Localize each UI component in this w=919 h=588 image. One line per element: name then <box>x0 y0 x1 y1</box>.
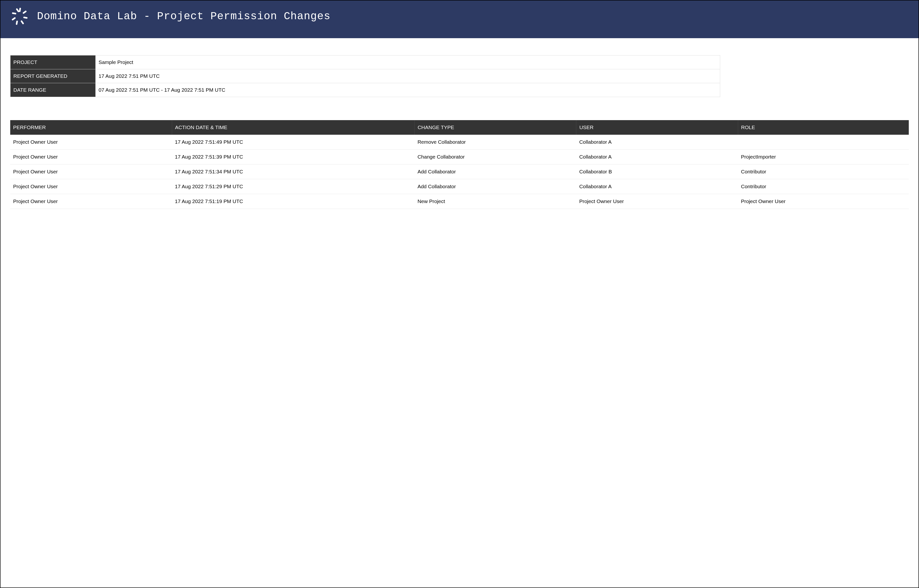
table-row: Project Owner User17 Aug 2022 7:51:49 PM… <box>10 135 909 150</box>
cell-user: Collaborator A <box>576 135 738 150</box>
svg-rect-1 <box>23 10 27 14</box>
report-title: Domino Data Lab - Project Permission Cha… <box>37 10 331 23</box>
table-row: Project Owner User17 Aug 2022 7:51:29 PM… <box>10 179 909 194</box>
cell-action-datetime: 17 Aug 2022 7:51:49 PM UTC <box>172 135 415 150</box>
cell-performer: Project Owner User <box>10 135 172 150</box>
table-row: Project Owner User17 Aug 2022 7:51:19 PM… <box>10 194 909 209</box>
svg-rect-3 <box>21 20 24 24</box>
col-header-user: USER <box>576 120 738 135</box>
cell-action-datetime: 17 Aug 2022 7:51:29 PM UTC <box>172 179 415 194</box>
svg-rect-5 <box>11 17 16 21</box>
cell-change-type: New Project <box>415 194 576 209</box>
meta-row-date-range: DATE RANGE 07 Aug 2022 7:51 PM UTC - 17 … <box>10 83 720 97</box>
table-row: Project Owner User17 Aug 2022 7:51:39 PM… <box>10 150 909 165</box>
cell-change-type: Change Collaborator <box>415 150 576 165</box>
cell-performer: Project Owner User <box>10 194 172 209</box>
cell-change-type: Add Collaborator <box>415 165 576 179</box>
cell-performer: Project Owner User <box>10 165 172 179</box>
report-meta-table: PROJECT Sample Project REPORT GENERATED … <box>10 55 720 97</box>
meta-row-report-generated: REPORT GENERATED 17 Aug 2022 7:51 PM UTC <box>10 69 720 83</box>
cell-performer: Project Owner User <box>10 150 172 165</box>
cell-action-datetime: 17 Aug 2022 7:51:34 PM UTC <box>172 165 415 179</box>
cell-user: Project Owner User <box>576 194 738 209</box>
meta-value-report-generated: 17 Aug 2022 7:51 PM UTC <box>96 69 720 83</box>
cell-role: Project Owner User <box>738 194 909 209</box>
meta-label-project: PROJECT <box>10 55 96 69</box>
domino-logo-icon <box>10 6 30 26</box>
meta-value-project: Sample Project <box>96 55 720 69</box>
cell-role: ProjectImporter <box>738 150 909 165</box>
report-body: PROJECT Sample Project REPORT GENERATED … <box>0 38 919 219</box>
cell-role: Contributor <box>738 165 909 179</box>
svg-rect-2 <box>23 16 28 19</box>
cell-change-type: Add Collaborator <box>415 179 576 194</box>
table-header-row: PERFORMER ACTION DATE & TIME CHANGE TYPE… <box>10 120 909 135</box>
permission-changes-table: PERFORMER ACTION DATE & TIME CHANGE TYPE… <box>10 120 909 209</box>
col-header-action-datetime: ACTION DATE & TIME <box>172 120 415 135</box>
svg-rect-7 <box>16 8 19 12</box>
cell-action-datetime: 17 Aug 2022 7:51:19 PM UTC <box>172 194 415 209</box>
cell-performer: Project Owner User <box>10 179 172 194</box>
meta-row-project: PROJECT Sample Project <box>10 55 720 69</box>
report-header: Domino Data Lab - Project Permission Cha… <box>0 0 919 38</box>
meta-label-date-range: DATE RANGE <box>10 83 96 97</box>
cell-user: Collaborator B <box>576 165 738 179</box>
svg-rect-6 <box>12 12 16 15</box>
meta-value-date-range: 07 Aug 2022 7:51 PM UTC - 17 Aug 2022 7:… <box>96 83 720 97</box>
cell-change-type: Remove Collaborator <box>415 135 576 150</box>
cell-action-datetime: 17 Aug 2022 7:51:39 PM UTC <box>172 150 415 165</box>
col-header-change-type: CHANGE TYPE <box>415 120 576 135</box>
meta-label-report-generated: REPORT GENERATED <box>10 69 96 83</box>
cell-role <box>738 135 909 150</box>
col-header-role: ROLE <box>738 120 909 135</box>
cell-role: Contributor <box>738 179 909 194</box>
col-header-performer: PERFORMER <box>10 120 172 135</box>
table-row: Project Owner User17 Aug 2022 7:51:34 PM… <box>10 165 909 179</box>
cell-user: Collaborator A <box>576 150 738 165</box>
cell-user: Collaborator A <box>576 179 738 194</box>
svg-rect-4 <box>16 20 18 25</box>
